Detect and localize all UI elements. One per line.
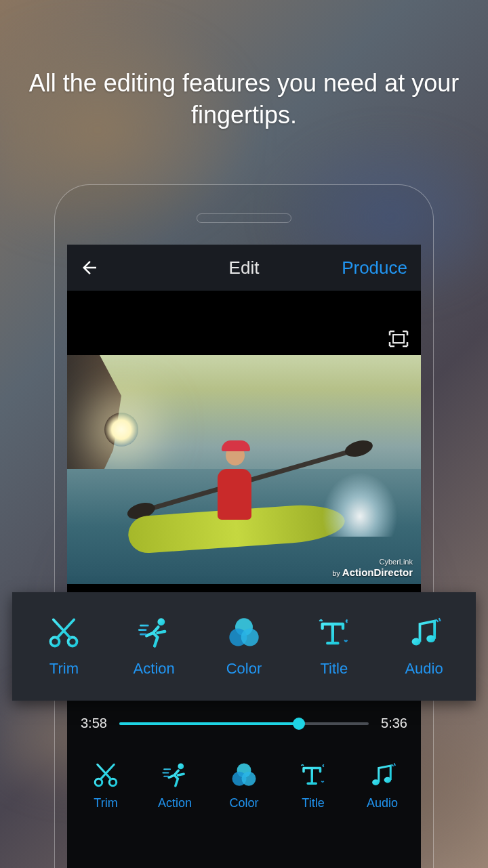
svg-point-6 — [242, 772, 256, 786]
scene-splash — [319, 469, 401, 537]
toolbar-inner: Trim Action Color Title — [67, 753, 421, 810]
music-icon — [368, 761, 396, 789]
phone-frame: Edit Produce CyberLi — [54, 184, 434, 868]
tool-label: Action — [158, 796, 192, 810]
tool-label: Color — [226, 660, 262, 678]
tool-label: Trim — [49, 660, 79, 678]
svg-point-7 — [372, 779, 380, 785]
tool-action-inner[interactable]: Action — [146, 761, 204, 810]
music-icon — [407, 615, 442, 650]
timeline: 3:58 5:36 — [81, 716, 407, 731]
tool-audio[interactable]: Audio — [387, 615, 462, 678]
svg-point-16 — [426, 635, 435, 642]
produce-button[interactable]: Produce — [342, 257, 407, 278]
video-preview[interactable]: CyberLink by ActionDirector — [67, 355, 421, 584]
tool-label: Action — [134, 660, 175, 678]
watermark-line1: CyberLink — [332, 558, 413, 566]
svg-point-3 — [178, 764, 184, 770]
tool-trim-inner[interactable]: Trim — [77, 761, 135, 810]
slider-fill — [119, 722, 299, 725]
svg-point-8 — [384, 777, 392, 783]
color-circles-icon — [230, 761, 258, 789]
fullscreen-button[interactable] — [388, 330, 409, 350]
tool-label: Title — [302, 796, 324, 810]
tool-action[interactable]: Action — [117, 615, 191, 678]
app-screen: Edit Produce CyberLi — [67, 245, 421, 868]
running-icon — [136, 615, 171, 650]
tool-title[interactable]: Title — [297, 615, 371, 678]
slider-thumb[interactable] — [293, 718, 305, 730]
time-total: 5:36 — [381, 716, 407, 731]
phone-speaker — [197, 213, 291, 223]
svg-point-14 — [241, 629, 259, 646]
timeline-slider[interactable] — [119, 722, 369, 725]
watermark-line2: by ActionDirector — [332, 566, 413, 579]
scene-person — [209, 442, 257, 520]
time-current: 3:58 — [81, 716, 107, 731]
scissors-icon — [46, 615, 81, 650]
promo-headline: All the editing features you need at you… — [0, 68, 488, 131]
tool-title-inner[interactable]: Title — [285, 761, 342, 810]
tool-color-inner[interactable]: Color — [216, 761, 273, 810]
svg-rect-0 — [393, 335, 404, 343]
svg-point-11 — [158, 618, 165, 625]
back-button[interactable] — [79, 257, 100, 278]
color-circles-icon — [226, 615, 262, 650]
tool-label: Trim — [94, 796, 117, 810]
scene-sun — [104, 413, 138, 447]
tool-audio-inner[interactable]: Audio — [354, 761, 411, 810]
scissors-icon — [92, 761, 120, 789]
fullscreen-icon — [388, 330, 409, 348]
tool-color[interactable]: Color — [207, 615, 281, 678]
titlebar: Edit Produce — [67, 245, 421, 291]
toolbar-highlight: Trim Action Color Title Audio — [12, 592, 476, 701]
video-watermark: CyberLink by ActionDirector — [332, 558, 413, 579]
tool-trim[interactable]: Trim — [26, 615, 101, 678]
tool-label: Color — [229, 796, 258, 810]
running-icon — [161, 761, 189, 789]
tool-label: Audio — [405, 660, 443, 678]
svg-point-15 — [411, 638, 420, 646]
text-icon — [317, 615, 352, 650]
text-icon — [299, 761, 327, 789]
tool-label: Audio — [367, 796, 398, 810]
back-arrow-icon — [79, 257, 100, 278]
tool-label: Title — [320, 660, 348, 678]
